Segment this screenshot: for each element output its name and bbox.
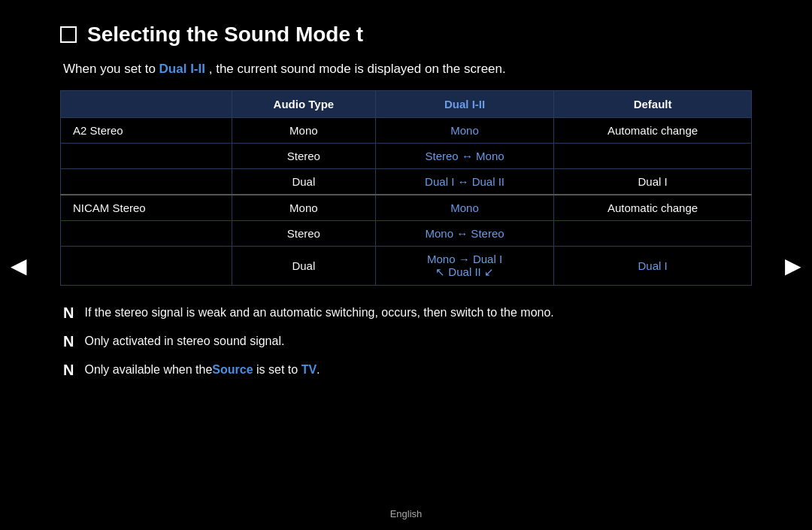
col-header-default: Default bbox=[554, 91, 752, 118]
table-row: NICAM Stereo Mono Mono Automatic change bbox=[61, 195, 752, 221]
sound-table: Audio Type Dual I-II Default A2 Stereo M… bbox=[60, 90, 752, 286]
row-type bbox=[61, 144, 232, 169]
tv-highlight: TV bbox=[301, 363, 317, 376]
row-type: A2 Stereo bbox=[61, 118, 232, 144]
table-row: A2 Stereo Mono Mono Automatic change bbox=[61, 118, 752, 144]
note-item-3: N Only available when theSource is set t… bbox=[63, 361, 752, 379]
footer-language: English bbox=[390, 508, 423, 519]
row-type bbox=[61, 221, 232, 247]
note-text: Only activated in stereo sound signal. bbox=[84, 332, 284, 350]
table-row: Stereo Mono ↔ Stereo bbox=[61, 221, 752, 247]
note-text: If the stereo signal is weak and an auto… bbox=[84, 304, 553, 322]
row-dual: Mono → Dual I↖ Dual II ↙ bbox=[376, 247, 554, 286]
title-row: Selecting the Sound Mode t bbox=[60, 23, 752, 47]
note-item-2: N Only activated in stereo sound signal. bbox=[63, 332, 752, 350]
note-item-1: N If the stereo signal is weak and an au… bbox=[63, 304, 752, 322]
row-audio: Dual bbox=[232, 247, 375, 286]
col-header-empty bbox=[61, 91, 232, 118]
row-type: NICAM Stereo bbox=[61, 195, 232, 221]
page-title: Selecting the Sound Mode t bbox=[87, 23, 363, 47]
row-audio: Dual bbox=[232, 169, 375, 195]
row-default: Automatic change bbox=[554, 195, 752, 221]
note-letter: N bbox=[63, 361, 74, 379]
col-header-audio-type: Audio Type bbox=[232, 91, 375, 118]
row-dual: Mono bbox=[376, 195, 554, 221]
checkbox-icon bbox=[60, 26, 77, 43]
row-default: Dual I bbox=[554, 169, 752, 195]
notes-section: N If the stereo signal is weak and an au… bbox=[60, 304, 752, 379]
note-text: Only available when theSource is set to … bbox=[84, 361, 320, 379]
note-letter: N bbox=[63, 332, 74, 350]
row-dual: Mono bbox=[376, 118, 554, 144]
subtitle: When you set to Dual I-II , the current … bbox=[60, 62, 752, 77]
row-audio: Mono bbox=[232, 118, 375, 144]
row-type bbox=[61, 247, 232, 286]
col-header-dual: Dual I-II bbox=[376, 91, 554, 118]
row-dual: Dual I ↔ Dual II bbox=[376, 169, 554, 195]
dual-highlight: Dual I-II bbox=[159, 62, 205, 76]
source-highlight: Source bbox=[212, 363, 253, 376]
row-dual: Mono ↔ Stereo bbox=[376, 221, 554, 247]
row-dual: Stereo ↔ Mono bbox=[376, 144, 554, 169]
table-row: Stereo Stereo ↔ Mono bbox=[61, 144, 752, 169]
row-default bbox=[554, 221, 752, 247]
table-row: Dual Dual I ↔ Dual II Dual I bbox=[61, 169, 752, 195]
row-default: Automatic change bbox=[554, 118, 752, 144]
row-audio: Stereo bbox=[232, 144, 375, 169]
note-letter: N bbox=[63, 304, 74, 322]
row-audio: Mono bbox=[232, 195, 375, 221]
row-default: Dual I bbox=[554, 247, 752, 286]
row-default bbox=[554, 144, 752, 169]
row-type bbox=[61, 169, 232, 195]
row-audio: Stereo bbox=[232, 221, 375, 247]
table-row: Dual Mono → Dual I↖ Dual II ↙ Dual I bbox=[61, 247, 752, 286]
